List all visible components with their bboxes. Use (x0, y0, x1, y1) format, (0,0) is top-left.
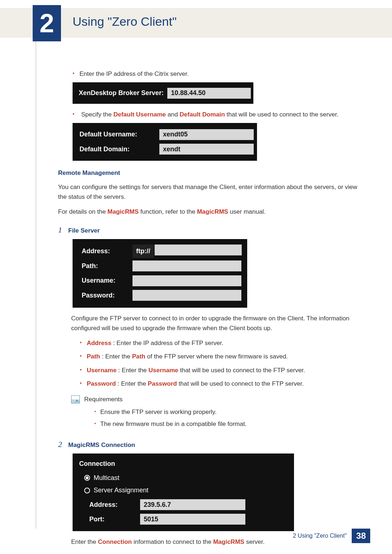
fs-bullet-address: Address : Enter the IP address of the FT… (80, 338, 367, 348)
footer: 2 Using "Zero Client" 38 (293, 529, 370, 543)
magicrms-ref-1: MagicRMS (107, 208, 139, 215)
chapter-number-box: 2 (33, 5, 61, 41)
conn-address-label: Address: (89, 500, 140, 510)
conn-port-field[interactable]: 5015 (140, 514, 245, 525)
radio-server-assignment-row[interactable]: Server Assignment (84, 485, 287, 496)
broker-value-field[interactable]: 10.88.44.50 (167, 88, 251, 99)
fs-scheme-label: ftp:// (132, 245, 154, 258)
txt: user manual. (228, 208, 266, 215)
k2: Path (132, 353, 146, 360)
page-number: 38 (352, 529, 370, 543)
radio-server-assignment[interactable] (84, 488, 90, 493)
connection-title: Connection (79, 459, 287, 469)
file-server-panel: Address: ftp:// Path: Username: Password… (73, 239, 247, 308)
left-rule (36, 41, 36, 529)
note-icon (71, 395, 80, 403)
broker-label: XenDesktop Broker Server: (75, 86, 167, 100)
k: Path (87, 353, 100, 360)
v: : Enter the IP address of the FTP server… (111, 340, 223, 346)
fs-password-label: Password: (78, 289, 132, 302)
k2: Password (148, 380, 177, 387)
footer-text: 2 Using "Zero Client" (293, 533, 347, 539)
m: : Enter the (117, 367, 148, 374)
fs-address-field[interactable] (155, 245, 242, 255)
remote-para2: For details on the MagicRMS function, re… (58, 207, 367, 217)
txt: server. (244, 538, 265, 545)
requirements-note: Requirements Ensure the FTP server is wo… (71, 394, 367, 431)
radio-server-assignment-label: Server Assignment (94, 485, 148, 496)
fs-address-label: Address: (78, 245, 132, 258)
fs-path-field[interactable] (132, 260, 241, 271)
connection-panel: Connection Multicast Server Assignment A… (73, 454, 294, 531)
default-domain-label: Default Domain: (76, 143, 159, 156)
bold-default-domain: Default Domain (180, 111, 225, 118)
magicrms-ref-2: MagicRMS (197, 208, 228, 215)
txt: that will be used to connect to the serv… (225, 111, 339, 118)
m: : Enter the (116, 380, 148, 387)
step-2-number: 2 (58, 438, 68, 451)
file-server-desc: Configure the FTP server to connect to i… (71, 313, 367, 333)
fs-bullet-username: Username : Enter the Username that will … (80, 365, 367, 375)
requirements-title: Requirements (84, 394, 247, 404)
txt: information to connect to the (132, 538, 213, 545)
connection-ref: Connection (98, 538, 132, 545)
req-2: The new firmware must be in a compatible… (94, 419, 247, 429)
fs-bullet-password: Password : Enter the Password that will … (80, 379, 367, 389)
v: that will be used to connect to the FTP … (178, 367, 305, 374)
chapter-title: Using "Zero Client" (73, 15, 177, 29)
bold-default-username: Default Username (113, 111, 166, 118)
v: that will be used to connect to the FTP … (177, 380, 303, 387)
fs-username-label: Username: (78, 274, 132, 287)
default-username-field[interactable]: xendt05 (159, 129, 254, 140)
txt: Specify the (81, 111, 114, 118)
k: Username (87, 367, 117, 374)
content-area: Enter the IP address of the Citrix serve… (58, 69, 367, 518)
txt: Enter the (71, 538, 98, 545)
k: Address (87, 340, 111, 346)
magicrms-heading: MagicRMS Connection (68, 440, 135, 450)
m: : Enter the (100, 353, 132, 360)
txt: and (166, 111, 180, 118)
v: of the FTP server where the new firmware… (145, 353, 288, 360)
fs-username-field[interactable] (132, 275, 241, 286)
bullet-specify-defaults: Specify the Default Username and Default… (73, 110, 367, 119)
txt: For details on the (58, 208, 107, 215)
txt: function, refer to the (139, 208, 197, 215)
fs-bullet-path: Path : Enter the Path of the FTP server … (80, 352, 367, 361)
k: Password (87, 380, 116, 387)
file-server-heading: File Server (68, 226, 100, 235)
k2: Username (148, 367, 178, 374)
default-username-label: Default Username: (76, 128, 159, 141)
remote-para1: You can configure the settings for serve… (58, 182, 367, 202)
fs-path-label: Path: (78, 259, 132, 273)
fs-password-field[interactable] (132, 290, 241, 301)
step-1-number: 1 (58, 223, 68, 236)
radio-multicast-label: Multicast (94, 473, 119, 483)
remote-management-heading: Remote Management (58, 168, 367, 178)
radio-multicast[interactable] (84, 475, 90, 481)
radio-multicast-row[interactable]: Multicast (84, 473, 287, 483)
broker-panel: XenDesktop Broker Server: 10.88.44.50 (73, 82, 253, 104)
bullet-enter-ip: Enter the IP address of the Citrix serve… (73, 69, 367, 79)
conn-port-label: Port: (89, 514, 140, 525)
defaults-panel: Default Username: xendt05 Default Domain… (73, 123, 257, 161)
req-1: Ensure the FTP server is working properl… (94, 407, 247, 417)
default-domain-field[interactable]: xendt (159, 144, 254, 155)
magicrms-ref-3: MagicRMS (213, 538, 244, 545)
conn-address-field[interactable]: 239.5.6.7 (140, 499, 245, 510)
